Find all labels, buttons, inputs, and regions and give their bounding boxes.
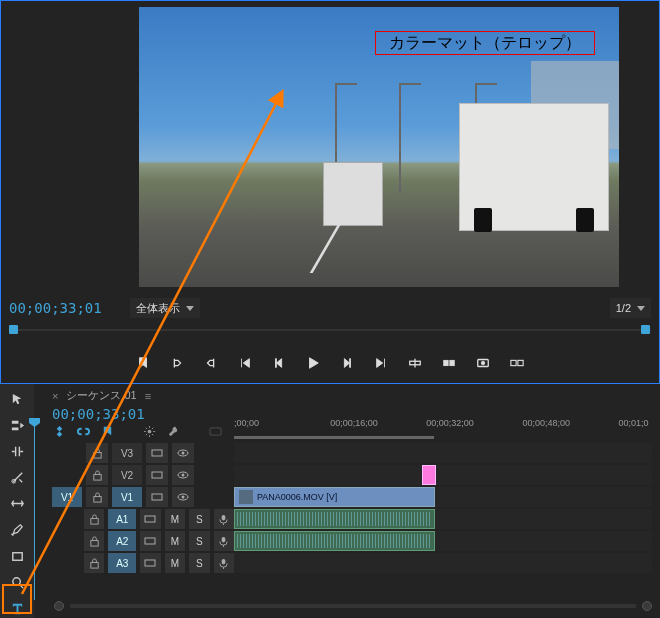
- track-area: V3 V2: [52, 442, 652, 574]
- voiceover-icon[interactable]: [214, 531, 234, 551]
- lock-icon[interactable]: [84, 509, 104, 529]
- toggle-output-icon[interactable]: [146, 465, 168, 485]
- eye-icon[interactable]: [172, 465, 194, 485]
- scrubber-endmark[interactable]: [641, 325, 650, 334]
- marker-add-icon[interactable]: [100, 424, 114, 438]
- overwrite-icon[interactable]: [441, 355, 457, 371]
- eye-icon[interactable]: [172, 443, 194, 463]
- out-point-icon[interactable]: [203, 355, 219, 371]
- svg-rect-25: [145, 516, 155, 522]
- toggle-output-icon[interactable]: [146, 487, 168, 507]
- track-label[interactable]: V2: [112, 465, 142, 485]
- svg-point-19: [182, 474, 185, 477]
- lock-icon[interactable]: [84, 531, 104, 551]
- zoom-handle-right[interactable]: [642, 601, 652, 611]
- step-forward-icon[interactable]: [339, 355, 355, 371]
- monitor-timecode[interactable]: 00;00;33;01: [9, 300, 102, 316]
- mute-button[interactable]: M: [165, 553, 185, 573]
- comparison-view-icon[interactable]: [509, 355, 525, 371]
- play-icon[interactable]: [305, 355, 321, 371]
- lock-icon[interactable]: [86, 443, 108, 463]
- tab-menu-icon[interactable]: ≡: [145, 390, 150, 402]
- step-back-icon[interactable]: [271, 355, 287, 371]
- mute-button[interactable]: M: [165, 509, 185, 529]
- solo-button[interactable]: S: [189, 553, 209, 573]
- audio-track-a3: A3 M S: [52, 552, 652, 574]
- in-point-icon[interactable]: [169, 355, 185, 371]
- track-lane[interactable]: [234, 553, 652, 573]
- chevron-down-icon: [186, 306, 194, 311]
- insert-icon[interactable]: [407, 355, 423, 371]
- audio-clip[interactable]: [234, 509, 435, 529]
- wrench-icon[interactable]: [166, 424, 180, 438]
- sequence-tab[interactable]: × シーケンス 01 ≡: [52, 388, 150, 403]
- track-select-tool[interactable]: [6, 416, 28, 434]
- source-patch[interactable]: V1: [52, 487, 82, 507]
- work-area-bar[interactable]: [234, 436, 434, 439]
- selection-tool[interactable]: [6, 390, 28, 408]
- track-lane[interactable]: PANA0006.MOV [V]: [234, 487, 652, 507]
- audio-clip[interactable]: [234, 531, 435, 551]
- track-label[interactable]: A3: [108, 553, 136, 573]
- lock-icon[interactable]: [84, 553, 104, 573]
- color-matte-clip[interactable]: [422, 465, 436, 485]
- voiceover-icon[interactable]: [214, 509, 234, 529]
- razor-tool[interactable]: [6, 469, 28, 487]
- timeline-zoom-scroll[interactable]: [54, 600, 652, 612]
- voiceover-icon[interactable]: [214, 553, 234, 573]
- ruler-tick: 00;00;32;00: [426, 418, 474, 428]
- track-label[interactable]: A2: [108, 531, 136, 551]
- export-frame-icon[interactable]: [475, 355, 491, 371]
- track-label[interactable]: A1: [108, 509, 136, 529]
- solo-button[interactable]: S: [189, 509, 209, 529]
- svg-rect-1: [444, 360, 448, 365]
- toggle-output-icon[interactable]: [146, 443, 168, 463]
- slip-tool[interactable]: [6, 495, 28, 513]
- go-to-in-icon[interactable]: [237, 355, 253, 371]
- mute-button[interactable]: M: [165, 531, 185, 551]
- telop-overlay[interactable]: カラーマット（テロップ）: [375, 31, 595, 55]
- svg-rect-27: [90, 540, 97, 546]
- zoom-handle-left[interactable]: [54, 601, 64, 611]
- solo-button[interactable]: S: [189, 531, 209, 551]
- marker-icon[interactable]: [135, 355, 151, 371]
- pen-tool[interactable]: [6, 521, 28, 539]
- rectangle-tool[interactable]: [6, 547, 28, 565]
- eye-icon[interactable]: [172, 487, 194, 507]
- linked-selection-icon[interactable]: [76, 424, 90, 438]
- zoom-tool[interactable]: [6, 574, 28, 592]
- scrubber-playhead[interactable]: [9, 325, 18, 334]
- clip-label: PANA0006.MOV [V]: [257, 492, 337, 502]
- zoom-fit-dropdown[interactable]: 全体表示: [130, 298, 200, 318]
- settings-icon[interactable]: [142, 424, 156, 438]
- video-clip[interactable]: PANA0006.MOV [V]: [234, 487, 435, 507]
- type-tool[interactable]: [6, 600, 28, 618]
- playback-controls: [1, 349, 659, 377]
- track-label[interactable]: V3: [112, 443, 142, 463]
- svg-rect-26: [222, 514, 226, 520]
- cc-icon[interactable]: [208, 424, 222, 438]
- track-lane[interactable]: [234, 509, 652, 529]
- toggle-output-icon[interactable]: [140, 509, 160, 529]
- zoom-fraction-dropdown[interactable]: 1/2: [610, 298, 651, 318]
- lock-icon[interactable]: [86, 465, 108, 485]
- video-viewport[interactable]: カラーマット（テロップ）: [139, 7, 619, 287]
- chevron-down-icon: [637, 306, 645, 311]
- toggle-output-icon[interactable]: [140, 553, 160, 573]
- close-icon[interactable]: ×: [52, 390, 58, 402]
- toggle-output-icon[interactable]: [140, 531, 160, 551]
- lock-icon[interactable]: [86, 487, 108, 507]
- snap-icon[interactable]: [52, 424, 66, 438]
- track-lane[interactable]: [234, 443, 652, 463]
- timeline-playhead[interactable]: [34, 418, 35, 600]
- monitor-scrubber[interactable]: [9, 323, 651, 337]
- telop-text: カラーマット（テロップ）: [389, 33, 581, 54]
- track-lane[interactable]: [234, 465, 652, 485]
- video-track-v1: V1 V1 PANA0006.MOV [V]: [52, 486, 652, 508]
- timeline-ruler[interactable]: ;00;00 00;00;16;00 00;00;32;00 00;00;48;…: [234, 418, 652, 438]
- ripple-edit-tool[interactable]: [6, 442, 28, 460]
- go-to-out-icon[interactable]: [373, 355, 389, 371]
- track-lane[interactable]: [234, 531, 652, 551]
- track-label[interactable]: V1: [112, 487, 142, 507]
- svg-rect-13: [152, 450, 162, 456]
